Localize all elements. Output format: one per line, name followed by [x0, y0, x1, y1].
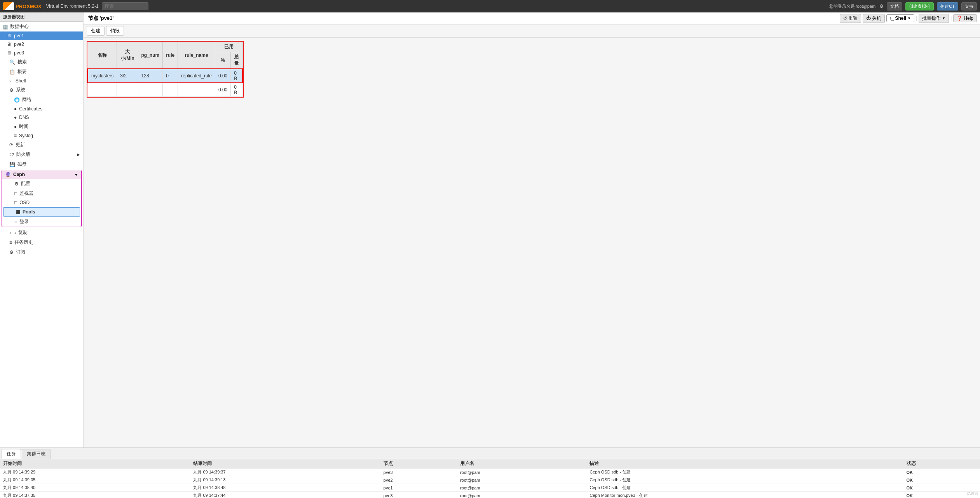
pve1-icon: 🖥 — [6, 33, 12, 38]
sidebar-item-firewall[interactable]: 🛡 防火墙 ▶ — [0, 150, 83, 159]
sidebar-item-dns[interactable]: ● DNS — [0, 113, 83, 122]
right-toolbar: ↺ 重置 ⏻ 关机 ›_ Shell ▼ | 批量操作 ▼ | — [840, 14, 977, 23]
ceph-log-icon: ≡ — [14, 219, 17, 225]
firewall-icon: 🛡 — [9, 152, 14, 157]
dns-icon: ● — [14, 115, 17, 120]
refresh-button[interactable]: ↺ 重置 — [840, 14, 861, 23]
destroy-pool-button[interactable]: 销毁 — [106, 26, 124, 36]
log-cell-start: 九月 09 14:37:35 — [0, 492, 190, 498]
user-settings-icon[interactable]: ⚙ — [879, 3, 884, 9]
app-title: Virtual Environment 5.2-1 — [46, 3, 98, 9]
user-info: 您的登录名是'root@pam' — [829, 3, 877, 9]
datacenter-icon: 🏢 — [2, 24, 8, 30]
sidebar-item-syslog[interactable]: ≡ Syslog — [0, 131, 83, 140]
disks-icon: 💾 — [9, 162, 15, 167]
refresh-icon: ↺ — [843, 16, 847, 21]
total-empty-4 — [163, 83, 178, 97]
sidebar-item-pve2[interactable]: 🖥 pve2 — [0, 40, 83, 49]
watermark: 亿速云 — [967, 491, 978, 496]
tab-cluster-log[interactable]: 集群日志 — [22, 449, 51, 459]
cell-size-min: 3/2 — [117, 69, 138, 83]
sidebar-item-summary[interactable]: 📋 概要 — [0, 67, 83, 77]
pve3-icon: 🖥 — [6, 50, 12, 56]
log-cell-desc: Ceph OSD sdb - 创建 — [586, 468, 903, 476]
sidebar-item-ceph[interactable]: 🔮 Ceph ▼ — [2, 170, 81, 179]
shutdown-icon: ⏻ — [866, 16, 871, 21]
sidebar-item-system[interactable]: ⚙ 系统 — [0, 85, 83, 95]
syslog-icon: ≡ — [14, 133, 17, 138]
docs-button[interactable]: 文档 — [887, 2, 902, 10]
pve3-label: pve3 — [14, 50, 24, 56]
create-vm-button[interactable]: 创建虚拟机 — [905, 2, 934, 10]
datacenter-label: 数据中心 — [10, 23, 29, 30]
create-ct-button[interactable]: 创建CT — [937, 2, 958, 10]
shell-button[interactable]: ›_ Shell ▼ — [886, 14, 914, 22]
total-used-pct: 0.00 — [215, 83, 230, 97]
main-layout: 服务器视图 🏢 数据中心 🖥 pve1 🖥 pve2 🖥 pve3 🔍 搜索 — [0, 12, 980, 447]
sidebar-item-ceph-config[interactable]: ⚙ 配置 — [2, 179, 81, 189]
col-pg-num: pg_num — [138, 42, 163, 69]
log-col-status: 状态 — [903, 459, 980, 468]
col-used-header: 已用 — [215, 42, 242, 52]
sidebar-item-pve1[interactable]: 🖥 pve1 — [0, 31, 83, 40]
sidebar-item-network[interactable]: 🌐 网络 — [0, 95, 83, 105]
ceph-section: 🔮 Ceph ▼ ⚙ 配置 □ 监视器 □ OSD ▦ Pools — [2, 170, 82, 227]
shell-btn-icon: ›_ — [890, 16, 894, 21]
sidebar-item-updates[interactable]: ⟳ 更新 — [0, 140, 83, 150]
task-history-icon: ≡ — [9, 240, 12, 245]
sidebar-item-replication[interactable]: ⟷ 复制 — [0, 228, 83, 238]
tab-tasks[interactable]: 任务 — [2, 449, 21, 459]
log-cell-status: OK — [903, 476, 980, 484]
shutdown-button[interactable]: ⏻ 关机 — [863, 14, 885, 23]
log-cell-desc: Ceph OSD sdb - 创建 — [586, 476, 903, 484]
sidebar-item-search[interactable]: 🔍 搜索 — [0, 57, 83, 67]
pools-table: 名称 大小/Min pg_num rule — [87, 42, 243, 97]
shell-icon: ›_ — [9, 79, 13, 83]
ceph-pools-wrapper: ▦ Pools — [3, 207, 80, 217]
ceph-pools-icon: ▦ — [16, 209, 20, 215]
log-row[interactable]: 九月 09 14:39:29 九月 09 14:39:37 pve3 root@… — [0, 468, 980, 476]
log-cell-desc: Ceph Monitor mon.pve3 - 创建 — [586, 492, 903, 498]
sidebar-item-datacenter[interactable]: 🏢 数据中心 — [0, 22, 83, 31]
sidebar-item-disks[interactable]: 💾 磁盘 — [0, 159, 83, 169]
cell-rule-name: replicated_rule — [178, 69, 215, 83]
pve2-label: pve2 — [14, 42, 24, 47]
total-empty-1 — [88, 83, 117, 97]
log-cell-start: 九月 09 14:39:29 — [0, 468, 190, 476]
table-totals-row: 0.00 0 B — [88, 83, 242, 97]
cell-used-pct: 0.00 — [215, 69, 230, 83]
log-cell-end: 九月 09 14:39:13 — [190, 476, 380, 484]
log-cell-node: pve3 — [380, 492, 457, 498]
search-input[interactable] — [102, 2, 148, 10]
log-row[interactable]: 九月 09 14:38:40 九月 09 14:38:48 pve1 root@… — [0, 484, 980, 492]
cell-used-total: 0 B — [231, 69, 242, 83]
sidebar-item-ceph-log[interactable]: ≡ 登录 — [2, 217, 81, 227]
search-icon: 🔍 — [9, 59, 15, 65]
ceph-config-icon: ⚙ — [14, 181, 19, 187]
log-cell-start: 九月 09 14:38:40 — [0, 484, 190, 492]
sidebar-item-shell[interactable]: ›_ Shell — [0, 77, 83, 85]
total-empty-5 — [178, 83, 215, 97]
sidebar-item-task-history[interactable]: ≡ 任务历史 — [0, 238, 83, 247]
bulk-actions-button[interactable]: 批量操作 ▼ — [919, 14, 949, 23]
sidebar-item-ceph-monitor[interactable]: □ 监视器 — [2, 189, 81, 198]
col-size-min: 大小/Min — [117, 42, 138, 69]
firewall-expand-icon: ▶ — [77, 152, 80, 157]
table-row[interactable]: myclusters 3/2 128 0 replicated_rule 0.0… — [88, 69, 242, 83]
sidebar-item-certificates[interactable]: ● Certificates — [0, 105, 83, 113]
pve1-label: pve1 — [14, 33, 24, 38]
divider-icon: | — [916, 16, 917, 21]
sidebar-item-pve3[interactable]: 🖥 pve3 — [0, 49, 83, 57]
help-button[interactable]: ❓ Help — [953, 14, 977, 22]
log-row[interactable]: 九月 09 14:39:05 九月 09 14:39:13 pve2 root@… — [0, 476, 980, 484]
log-row[interactable]: 九月 09 14:37:35 九月 09 14:37:44 pve3 root@… — [0, 492, 980, 498]
subscribe-button[interactable]: 支持 — [961, 2, 977, 10]
sidebar-item-subscription[interactable]: ⚙ 订阅 — [0, 247, 83, 257]
log-col-end: 结束时间 — [190, 459, 380, 468]
sidebar-item-time[interactable]: ● 时间 — [0, 122, 83, 131]
sidebar-item-ceph-osd[interactable]: □ OSD — [2, 198, 81, 207]
sidebar-item-ceph-pools[interactable]: ▦ Pools — [3, 208, 80, 216]
create-pool-button[interactable]: 创建 — [87, 26, 105, 36]
col-rule-name: rule_name — [178, 42, 215, 69]
ceph-osd-icon: □ — [14, 200, 17, 205]
